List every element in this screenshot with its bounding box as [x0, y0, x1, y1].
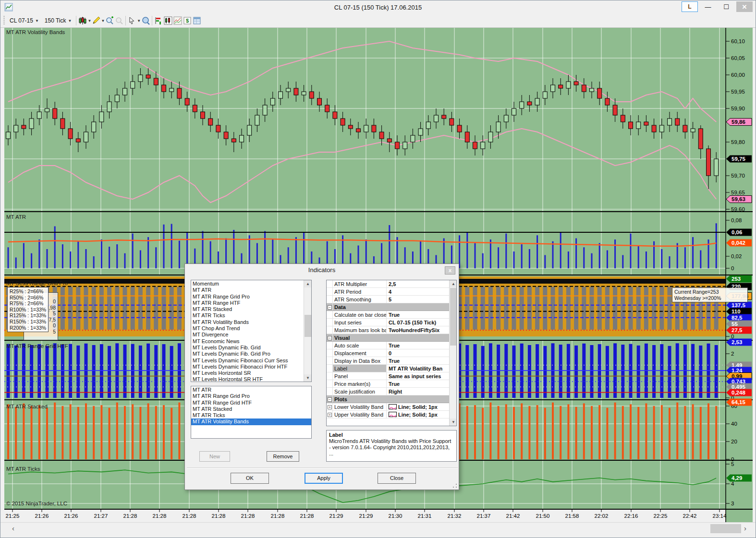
zoom-in-icon[interactable] — [105, 16, 114, 25]
indicator-list-item[interactable]: MT ATR Stacked — [191, 306, 304, 312]
indicator-list-item[interactable]: MT ATR Range Grid Pro — [191, 294, 304, 300]
available-list-scrollbar[interactable]: ▲ ▼ — [304, 280, 311, 382]
configured-indicator-item[interactable]: MT ATR Range Grid HTF — [191, 400, 311, 406]
properties-scrollbar[interactable]: ▲ ▼ — [449, 280, 456, 426]
maximize-button[interactable]: ☐ — [718, 1, 734, 12]
property-row[interactable]: +Lower Volatility BandLine; Solid; 1px — [327, 403, 449, 411]
collapse-icon[interactable]: − — [328, 305, 332, 310]
cursor-icon[interactable] — [127, 16, 137, 25]
ok-button[interactable]: OK — [231, 473, 269, 484]
property-value[interactable]: True — [387, 311, 449, 318]
expand-icon[interactable]: + — [328, 413, 332, 417]
collapse-icon[interactable]: − — [328, 397, 332, 402]
indicator-list-item[interactable]: MT ATR — [191, 287, 304, 293]
interval-selector[interactable]: 150 Tick▼ — [42, 16, 75, 25]
property-value[interactable]: Line; Solid; 1px — [387, 411, 449, 418]
configured-indicator-item[interactable]: MT ATR Ticks — [191, 412, 311, 418]
property-value[interactable]: 2,5 — [387, 280, 449, 287]
property-value[interactable]: 0 — [387, 349, 449, 357]
scroll-up-icon[interactable]: ▲ — [450, 280, 457, 287]
indicator-list-item[interactable]: MT ATR Volatility Bands — [191, 319, 304, 325]
property-row[interactable]: Display in Data BoxTrue — [327, 357, 449, 365]
property-value[interactable]: True — [387, 357, 449, 364]
property-row[interactable]: Maximum bars look baTwoHundredFiftySix — [327, 326, 449, 334]
expand-icon[interactable]: + — [328, 405, 332, 409]
property-row[interactable]: Displacement0 — [327, 349, 449, 357]
property-value[interactable]: True — [387, 342, 449, 349]
property-row[interactable]: Calculate on bar closeTrue — [327, 311, 449, 319]
scroll-up-icon[interactable]: ▲ — [304, 280, 312, 287]
new-button[interactable]: New — [199, 451, 230, 462]
line-chart-icon[interactable] — [173, 16, 183, 25]
indicator-list-item[interactable]: MT ATR Range HTF — [191, 300, 304, 306]
indicator-list-item[interactable]: MT Levels Horizontal SR — [191, 370, 304, 376]
scrollbar-thumb[interactable] — [450, 288, 457, 346]
scrollbar-thumb[interactable] — [305, 315, 311, 337]
scroll-down-icon[interactable]: ▼ — [450, 418, 457, 426]
indicator-list-item[interactable]: MT Levels Dynamic Fib. Grid Pro — [191, 351, 304, 357]
property-group-row[interactable]: −Data — [327, 303, 449, 311]
properties-icon[interactable] — [192, 16, 202, 25]
property-row[interactable]: PanelSame as input series — [327, 372, 449, 380]
property-value[interactable]: Line; Solid; 1px — [387, 403, 449, 410]
instrument-selector[interactable]: CL 07-15▼ — [7, 16, 42, 25]
account-dollar-icon[interactable]: $ — [183, 16, 192, 25]
property-row[interactable]: ATR Multiplier2,5 — [327, 280, 449, 288]
property-row[interactable]: +Upper Volatility BandLine; Solid; 1px — [327, 411, 449, 418]
property-row[interactable]: Input seriesCL 07-15 (150 Tick) — [327, 319, 449, 326]
property-value[interactable]: CL 07-15 (150 Tick) — [387, 319, 449, 326]
indicator-list-item[interactable]: MT ATR Ticks — [191, 312, 304, 319]
property-row[interactable]: ATR Smoothing5 — [327, 296, 449, 303]
chart-window-icon[interactable] — [163, 16, 173, 25]
scrollbar-thumb[interactable] — [710, 524, 741, 533]
configured-indicators-list[interactable]: MT ATRMT ATR Range Grid ProMT ATR Range … — [191, 386, 312, 439]
close-button[interactable]: ✕ — [736, 1, 753, 12]
link-button[interactable]: L — [682, 1, 698, 12]
property-row[interactable]: Scale justificationRight — [327, 388, 449, 395]
configured-indicator-item[interactable]: MT ATR Stacked — [191, 406, 311, 412]
scroll-down-icon[interactable]: ▼ — [304, 374, 312, 382]
indicator-list-item[interactable]: MT Levels Horizontal SR HTF — [191, 376, 304, 382]
property-value[interactable]: TwoHundredFiftySix — [387, 326, 449, 334]
configured-indicator-item[interactable]: MT ATR Range Grid Pro — [191, 393, 311, 399]
property-row[interactable]: LabelMT ATR Volatility Ban — [327, 365, 449, 372]
property-row[interactable]: ATR Period4 — [327, 288, 449, 296]
available-indicators-list[interactable]: MomentumMT ATRMT ATR Range Grid ProMT AT… — [191, 280, 312, 382]
indicator-list-item[interactable]: MT Levels Dynamic Fib. Grid — [191, 345, 304, 351]
properties-grid[interactable]: ATR Multiplier2,5ATR Period4ATR Smoothin… — [326, 280, 457, 426]
indicator-list-item[interactable]: MT Levels Dynamic Fibonacci Prior HTF — [191, 364, 304, 370]
property-value[interactable]: Same as input series — [387, 372, 449, 380]
scroll-left-arrow[interactable]: ‹ — [12, 524, 14, 532]
market-analyzer-icon[interactable] — [154, 16, 163, 25]
property-value[interactable]: MT ATR Volatility Ban — [387, 365, 449, 372]
drawing-tools-icon[interactable] — [91, 16, 101, 25]
indicator-list-item[interactable]: MT Chop And Trend — [191, 325, 304, 332]
indicator-list-item[interactable]: MT Levels Dynamic Fibonacci Curr Sess — [191, 358, 304, 364]
minimize-button[interactable]: — — [700, 1, 716, 12]
configured-indicator-item[interactable]: MT ATR Volatility Bands — [191, 418, 311, 425]
property-row[interactable]: Price marker(s)True — [327, 380, 449, 388]
property-value[interactable]: 5 — [387, 296, 449, 303]
dialog-resize-grip[interactable] — [452, 483, 457, 488]
apply-button[interactable]: Apply — [305, 473, 343, 484]
indicator-list-item[interactable]: MT Divergence — [191, 332, 304, 338]
toolbar-grip[interactable] — [3, 16, 5, 25]
property-row[interactable]: Auto scaleTrue — [327, 342, 449, 349]
close-button[interactable]: Close — [378, 473, 416, 484]
zoom-out-icon[interactable] — [114, 16, 124, 25]
chart-style-icon[interactable] — [78, 16, 87, 25]
scroll-right-arrow[interactable]: › — [744, 524, 746, 532]
horizontal-scrollbar[interactable]: ‹ › — [0, 522, 756, 535]
indicator-list-item[interactable]: MT Economic News — [191, 338, 304, 345]
property-value[interactable]: True — [387, 380, 449, 387]
dialog-close-button[interactable]: x — [445, 266, 455, 275]
collapse-icon[interactable]: − — [328, 336, 332, 340]
data-box-icon[interactable] — [141, 16, 150, 25]
property-value[interactable]: 4 — [387, 288, 449, 295]
property-group-row[interactable]: −Plots — [327, 395, 449, 403]
configured-indicator-item[interactable]: MT ATR — [191, 387, 311, 393]
property-value[interactable]: Right — [387, 388, 449, 395]
indicator-list-item[interactable]: Momentum — [191, 281, 304, 287]
remove-button[interactable]: Remove — [267, 451, 299, 462]
property-group-row[interactable]: −Visual — [327, 334, 449, 342]
